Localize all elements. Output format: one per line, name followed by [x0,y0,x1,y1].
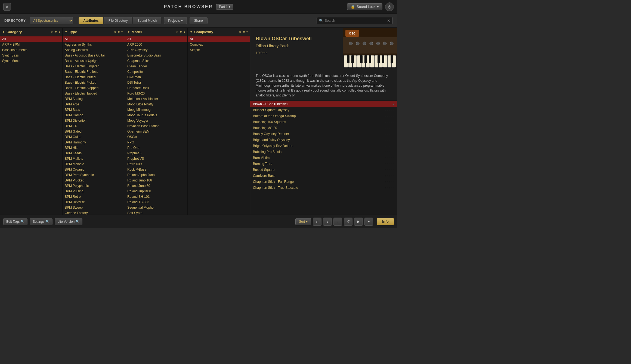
up-button[interactable]: ↑ [333,218,342,226]
list-item[interactable]: Metasonix Assblaster [125,96,187,102]
type-filter-icon1[interactable]: ⊙ [114,30,116,33]
list-item[interactable]: BPM Plucked [63,178,125,183]
list-item[interactable]: Carnivore Bass · · · · · [250,173,397,179]
more-button[interactable]: ▾ [364,218,373,226]
list-item[interactable]: Soft Synth [125,210,187,215]
list-item[interactable]: Chapman Stick - Full Range · · · · · [250,179,397,185]
list-item[interactable]: Blown OSCar Tubeswell ■ [250,101,397,107]
list-item[interactable]: BPM Distortion [63,118,125,123]
list-item[interactable]: Bass - Electric Muted [63,74,125,80]
list-item[interactable]: Prophet VS [125,156,187,161]
list-item[interactable]: BPM Bass [63,107,125,112]
list-item[interactable]: Roland SH-101 [125,194,187,199]
list-item[interactable]: ARP Odyssey [125,47,187,53]
list-item[interactable]: Sequential Mopho [125,205,187,210]
list-item[interactable]: OSCar [125,134,187,140]
list-item[interactable]: Roland Alpha Juno [125,172,187,178]
list-item[interactable]: Clean Fender [125,64,187,69]
model-collapse-icon[interactable]: ▼ [127,30,130,33]
list-item[interactable]: Prophet 5 [125,150,187,156]
list-item[interactable]: All [125,36,187,42]
down-button[interactable]: ↓ [323,218,332,226]
list-item[interactable]: Chapman Stick - True Staccato · · · · · [250,185,397,191]
directory-select[interactable]: All Spectrasonics [30,17,73,24]
list-item[interactable]: Bass - Acoustic Bass Guitar [63,53,125,58]
tab-attributes[interactable]: Attributes [79,17,103,24]
list-item[interactable]: Blubber Square Odyssey · · · · · [250,107,397,113]
projects-button[interactable]: Projects ▾ [164,17,187,24]
list-item[interactable]: BPM Combo [63,112,125,118]
category-filter-icon1[interactable]: ⊙ [51,30,53,33]
list-item[interactable]: Bass - Electric Tapped [63,91,125,96]
list-item[interactable]: BPM Mallets [63,156,125,161]
refresh-button[interactable]: ↺ [344,218,352,226]
list-item[interactable]: BPM Melodic [63,161,125,167]
list-item[interactable]: Simple [188,47,250,53]
category-filter-icon2[interactable]: ✱ [55,30,57,33]
type-collapse-icon[interactable]: ▼ [65,30,67,33]
list-item[interactable]: BPM Pulsing [63,189,125,194]
complexity-filter-icon3[interactable]: ▾ [246,30,248,33]
list-item[interactable]: All [0,36,62,42]
list-item[interactable]: Retro 60's [125,161,187,167]
list-item[interactable]: Bass - Acoustic Upright [63,58,125,64]
type-filter-icon2[interactable]: ✱ [117,30,120,33]
list-item[interactable]: Oberheim SEM [125,129,187,134]
list-item[interactable]: Bass - Electric Fretless [63,69,125,74]
list-item[interactable]: Aggressive Synths [63,42,125,47]
list-item[interactable]: PPG [125,140,187,145]
part-button[interactable]: Part 1 ▾ [216,4,233,10]
list-item[interactable]: Chapman Stick [125,58,187,64]
list-item[interactable]: Moog Little Phatty [125,102,187,107]
list-item[interactable]: Bubbling Pro Soloist · · · · · [250,149,397,155]
list-item[interactable]: Synth Bass [0,53,62,58]
list-item[interactable]: Cheese Factory [63,210,125,215]
list-item[interactable]: Brassy Odyssey Detuner · · · · · [250,131,397,137]
list-item[interactable]: Bottom of the Omega Swamp · · · · · [250,113,397,119]
list-item[interactable]: Hardcore Rock [125,85,187,91]
list-item[interactable]: BPM Reverse [63,199,125,205]
model-filter-icon2[interactable]: ✱ [180,30,182,33]
list-item[interactable]: BPM Perc Synthetic [63,172,125,178]
list-item[interactable]: ARP 2600 [125,42,187,47]
power-button[interactable]: ⏻ [385,2,394,11]
list-item[interactable]: BPM FX [63,123,125,129]
list-item[interactable]: All [63,36,125,42]
list-item[interactable]: Bass - Electric Slapped [63,85,125,91]
list-item[interactable]: BPM Harmony [63,140,125,145]
list-item[interactable]: Bissonette Studio Bass [125,53,187,58]
play-button[interactable]: ▶ [354,218,363,226]
list-item[interactable]: Moog Voyager [125,118,187,123]
list-item[interactable]: Moog Minimoog [125,107,187,112]
close-button[interactable]: ✕ [3,3,11,11]
list-item[interactable]: BPM Polyphonic [63,183,125,189]
settings-button[interactable]: Settings 🔍 [30,218,52,225]
list-item[interactable]: BPM Hits [63,145,125,150]
list-item[interactable]: Bass Instruments [0,47,62,53]
sort-button[interactable]: Sort ▾ [295,218,311,225]
list-item[interactable]: Bass - Electric Picked [63,80,125,85]
info-button[interactable]: Info [377,218,394,225]
list-item[interactable]: Bouncing MS-20 · · · · · [250,125,397,131]
list-item[interactable]: Composite [125,69,187,74]
list-item[interactable]: Bass - Electric Fingered [63,64,125,69]
category-collapse-icon[interactable]: ▼ [2,30,5,33]
sound-lock-button[interactable]: 🔒 Sound Lock ▾ [347,3,382,10]
list-item[interactable]: Bright and Juicy Odyssey · · · · · [250,137,397,143]
model-filter-icon1[interactable]: ⊙ [176,30,178,33]
list-item[interactable]: Moog Taurus Pedals [125,112,187,118]
list-item[interactable]: DSI Tetra [125,80,187,85]
list-item[interactable]: BPM Guitar [63,134,125,140]
list-item[interactable]: Analog Classics [63,47,125,53]
list-item[interactable]: Synth Mono [0,58,62,64]
list-item[interactable]: BPM Leads [63,150,125,156]
complexity-filter-icon1[interactable]: ⊙ [239,30,241,33]
list-item[interactable]: Busted Square · · · · · [250,167,397,173]
list-item[interactable]: BPM Organic [63,167,125,172]
list-item[interactable]: ARP + BPM [0,42,62,47]
list-item[interactable]: BPM Arps [63,102,125,107]
search-input[interactable] [325,19,385,23]
edit-tags-button[interactable]: Edit Tags 🔍 [3,218,27,225]
list-item[interactable]: Bouncing 106 Squares · · · · · [250,119,397,125]
complexity-filter-icon2[interactable]: ✱ [243,30,245,33]
